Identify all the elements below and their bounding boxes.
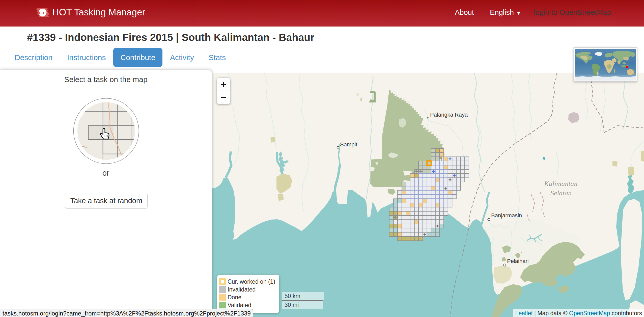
- svg-text:Kalimantan: Kalimantan: [544, 180, 577, 188]
- svg-text:Palangka Raya: Palangka Raya: [430, 112, 468, 118]
- svg-text:HOT: HOT: [39, 11, 46, 15]
- svg-text:Sampit: Sampit: [340, 141, 357, 148]
- svg-text:Selatan: Selatan: [550, 189, 572, 197]
- svg-text:Pelaihari: Pelaihari: [507, 258, 529, 264]
- svg-text:Banjarmasin: Banjarmasin: [491, 212, 522, 219]
